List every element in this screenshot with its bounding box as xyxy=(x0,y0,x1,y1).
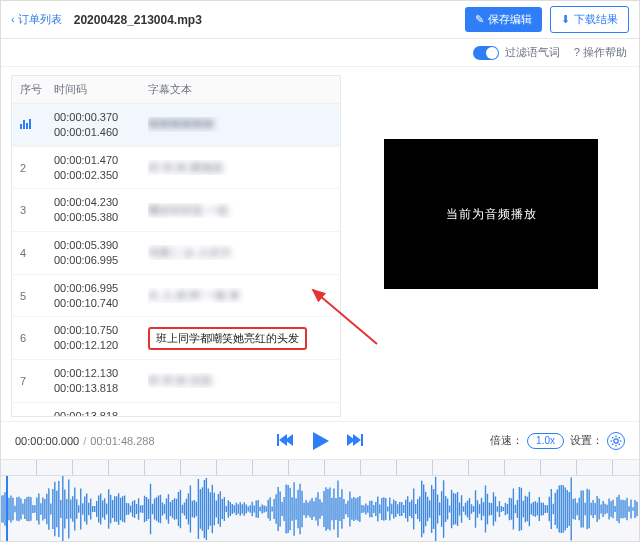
col-head-index: 序号 xyxy=(20,82,54,97)
svg-line-6 xyxy=(612,437,613,438)
playing-bars-icon xyxy=(20,118,31,129)
row-subtitle-text[interactable]: 火 人 的 时 一候 来 xyxy=(148,288,332,303)
next-icon xyxy=(345,433,363,447)
row-timecode: 00:00:13.81800:00:14.830 xyxy=(54,409,148,416)
top-bar: ‹ 订单列表 20200428_213004.mp3 ✎ 保存编辑 ⬇ 下载结果 xyxy=(1,1,639,39)
row-timecode: 00:00:05.39000:00:06.995 xyxy=(54,238,148,268)
highlighted-subtitle: 班上同学都嘲笑她亮红的头发 xyxy=(148,327,307,350)
settings-label: 设置： xyxy=(570,433,603,448)
filter-filler-toggle[interactable]: 过滤语气词 xyxy=(473,45,560,60)
table-row[interactable]: 400:00:05.39000:00:06.995当第二 认 人分力 xyxy=(12,232,340,275)
prev-button[interactable] xyxy=(277,433,295,449)
row-index: 3 xyxy=(20,204,54,216)
table-row[interactable]: 300:00:04.23000:00:05.380嗯对对对说 一说 xyxy=(12,189,340,232)
svg-point-1 xyxy=(614,438,618,442)
svg-line-9 xyxy=(612,443,613,444)
save-edit-button[interactable]: ✎ 保存编辑 xyxy=(465,7,542,32)
row-index: 2 xyxy=(20,162,54,174)
playhead-cursor[interactable] xyxy=(6,476,8,541)
playback-rate-chip[interactable]: 1.0x xyxy=(527,433,564,449)
main-area: 序号 时间码 字幕文本 00:00:00.37000:00:01.460啊啊啊啊… xyxy=(1,67,639,421)
row-subtitle-text[interactable]: 啊啊啊啊啊啊 xyxy=(148,117,332,132)
save-icon: ✎ xyxy=(475,14,484,25)
col-head-timecode: 时间码 xyxy=(54,82,148,97)
table-row[interactable]: 800:00:13.81800:00:14.830嗯 对 对 对 说 说 一 xyxy=(12,403,340,416)
table-row[interactable]: 00:00:00.37000:00:01.460啊啊啊啊啊啊 xyxy=(12,104,340,147)
gear-icon xyxy=(610,435,622,447)
row-index xyxy=(20,118,54,131)
row-timecode: 00:00:00.37000:00:01.460 xyxy=(54,110,148,140)
total-duration: 00:01:48.288 xyxy=(90,435,154,447)
row-timecode: 00:00:10.75000:00:12.120 xyxy=(54,323,148,353)
timeline-ruler[interactable] xyxy=(1,460,639,476)
waveform-icon xyxy=(1,476,639,541)
play-icon xyxy=(309,430,331,452)
operation-help-label: 操作帮助 xyxy=(583,46,627,58)
row-index: 5 xyxy=(20,290,54,302)
download-icon: ⬇ xyxy=(561,14,570,25)
row-subtitle-text[interactable]: 对 对 的 日后 xyxy=(148,373,332,388)
table-row[interactable]: 500:00:06.99500:00:10.740火 人 的 时 一候 来 xyxy=(12,275,340,318)
row-subtitle-text[interactable]: 对 对 的 跟他说 xyxy=(148,160,332,175)
help-icon: ? xyxy=(574,46,580,58)
preview-panel: 当前为音频播放 xyxy=(353,75,629,417)
table-row[interactable]: 700:00:12.13000:00:13.818对 对 的 日后 xyxy=(12,360,340,403)
toggle-switch-icon xyxy=(473,46,499,60)
waveform-panel[interactable] xyxy=(1,459,639,541)
row-index: 4 xyxy=(20,247,54,259)
row-index: 6 xyxy=(20,332,54,344)
row-timecode: 00:00:04.23000:00:05.380 xyxy=(54,195,148,225)
row-subtitle-text[interactable]: 班上同学都嘲笑她亮红的头发 xyxy=(148,327,332,350)
table-body[interactable]: 00:00:00.37000:00:01.460啊啊啊啊啊啊200:00:01.… xyxy=(12,104,340,416)
prev-icon xyxy=(277,433,295,447)
filter-filler-label: 过滤语气词 xyxy=(505,45,560,60)
settings-button[interactable] xyxy=(607,432,625,450)
subtitle-table: 序号 时间码 字幕文本 00:00:00.37000:00:01.460啊啊啊啊… xyxy=(11,75,341,417)
rate-label: 倍速： xyxy=(490,433,523,448)
svg-line-7 xyxy=(619,443,620,444)
row-index: 7 xyxy=(20,375,54,387)
row-subtitle-text[interactable]: 当第二 认 人分力 xyxy=(148,245,332,260)
save-edit-label: 保存编辑 xyxy=(488,12,532,27)
table-header: 序号 时间码 字幕文本 xyxy=(12,76,340,104)
row-timecode: 00:00:06.99500:00:10.740 xyxy=(54,281,148,311)
next-button[interactable] xyxy=(345,433,363,449)
play-controls xyxy=(277,430,363,452)
audio-preview-box: 当前为音频播放 xyxy=(384,139,598,289)
operation-help-link[interactable]: ? 操作帮助 xyxy=(574,45,627,60)
download-result-label: 下载结果 xyxy=(574,12,618,27)
download-result-button[interactable]: ⬇ 下载结果 xyxy=(550,6,629,33)
row-subtitle-text[interactable]: 嗯对对对说 一说 xyxy=(148,203,332,218)
row-timecode: 00:00:01.47000:00:02.350 xyxy=(54,153,148,183)
audio-preview-label: 当前为音频播放 xyxy=(446,206,537,223)
svg-line-8 xyxy=(619,437,620,438)
current-time: 00:00:00.000 xyxy=(15,435,79,447)
row-timecode: 00:00:12.13000:00:13.818 xyxy=(54,366,148,396)
back-to-orders-link[interactable]: ‹ 订单列表 xyxy=(11,12,62,27)
play-button[interactable] xyxy=(309,430,331,452)
table-row[interactable]: 200:00:01.47000:00:02.350对 对 的 跟他说 xyxy=(12,147,340,190)
time-separator: / xyxy=(83,435,86,447)
col-head-text: 字幕文本 xyxy=(148,82,332,97)
file-name: 20200428_213004.mp3 xyxy=(74,13,202,27)
sub-bar: 过滤语气词 ? 操作帮助 xyxy=(1,39,639,67)
table-row[interactable]: 600:00:10.75000:00:12.120班上同学都嘲笑她亮红的头发 xyxy=(12,317,340,360)
transport-bar: 00:00:00.000 / 00:01:48.288 倍速： 1.0x 设置： xyxy=(1,421,639,459)
